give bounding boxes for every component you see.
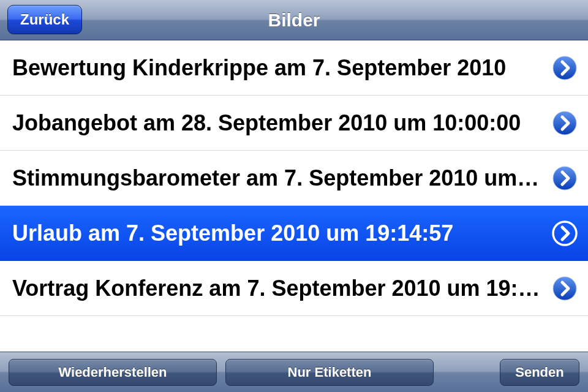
navigation-bar: Zurück Bilder bbox=[0, 0, 588, 40]
list-item[interactable]: Jobangebot am 28. September 2010 um 10:0… bbox=[0, 96, 588, 151]
list-item[interactable]: Vortrag Konferenz am 7. September 2010 u… bbox=[0, 261, 588, 316]
disclosure-icon[interactable] bbox=[551, 165, 578, 192]
list-item-label: Bewertung Kinderkrippe am 7. September 2… bbox=[12, 55, 551, 81]
disclosure-icon[interactable] bbox=[551, 220, 578, 247]
list-item[interactable]: Urlaub am 7. September 2010 um 19:14:57 bbox=[0, 206, 588, 261]
image-list: Bewertung Kinderkrippe am 7. September 2… bbox=[0, 40, 588, 352]
back-button-label: Zurück bbox=[20, 11, 69, 28]
svg-point-2 bbox=[553, 111, 576, 135]
restore-button-label: Wiederherstellen bbox=[58, 364, 167, 380]
send-button[interactable]: Senden bbox=[500, 359, 579, 386]
back-button[interactable]: Zurück bbox=[7, 5, 82, 34]
bottom-toolbar: Wiederherstellen Nur Etiketten Senden bbox=[0, 352, 588, 392]
list-item-label: Vortrag Konferenz am 7. September 2010 u… bbox=[12, 276, 551, 301]
list-item-label: Urlaub am 7. September 2010 um 19:14:57 bbox=[12, 221, 551, 246]
labels-only-button-label: Nur Etiketten bbox=[288, 364, 372, 380]
restore-button[interactable]: Wiederherstellen bbox=[9, 359, 217, 386]
disclosure-icon[interactable] bbox=[551, 110, 578, 137]
svg-point-7 bbox=[553, 277, 576, 300]
labels-only-button[interactable]: Nur Etiketten bbox=[225, 359, 434, 386]
send-button-label: Senden bbox=[515, 364, 564, 380]
page-title: Bilder bbox=[268, 10, 320, 31]
disclosure-icon[interactable] bbox=[551, 55, 578, 81]
list-item-label: Stimmungsbarometer am 7. September 2010 … bbox=[12, 165, 551, 191]
svg-point-6 bbox=[553, 222, 576, 245]
list-item-label: Jobangebot am 28. September 2010 um 10:0… bbox=[12, 110, 551, 136]
list-item[interactable]: Bewertung Kinderkrippe am 7. September 2… bbox=[0, 40, 588, 96]
svg-point-0 bbox=[553, 56, 576, 80]
svg-point-4 bbox=[553, 167, 576, 190]
disclosure-icon[interactable] bbox=[551, 275, 578, 302]
list-item[interactable]: Stimmungsbarometer am 7. September 2010 … bbox=[0, 151, 588, 206]
